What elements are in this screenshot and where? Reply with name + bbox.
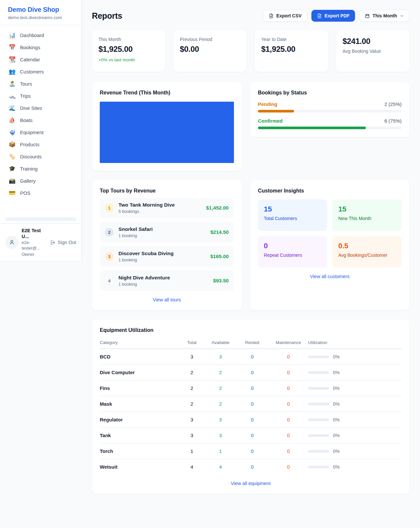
period-dropdown[interactable]: This Month	[359, 10, 410, 22]
stat-value: $1,925.00	[261, 45, 322, 54]
rented-cell: 0	[236, 428, 269, 443]
rented-cell: 0	[236, 412, 269, 428]
sidebar-item-label: Training	[20, 166, 38, 172]
sidebar-item-products[interactable]: 📦 Products	[5, 138, 76, 151]
utilization-cell: 0%	[308, 412, 402, 428]
available-cell: 1	[205, 443, 236, 459]
total-cell: 3	[178, 412, 205, 428]
rank-badge: 4	[105, 276, 114, 285]
customer-insights-title: Customer Insights	[258, 188, 402, 194]
utilization-pct: 0%	[333, 370, 340, 375]
rented-cell: 0	[236, 349, 269, 365]
header-actions: Export CSV Export PDF This Month	[263, 10, 410, 22]
utilization-bar	[308, 387, 329, 390]
utilization-pct: 0%	[333, 433, 340, 438]
status-row-pending: Pending 2 (25%)	[258, 101, 402, 112]
equipment-utilization-title: Equipment Utilization	[100, 327, 402, 333]
rented-cell: 0	[236, 380, 269, 396]
stat-value: $0.00	[180, 45, 240, 54]
tear-calendar-icon: 📆	[9, 57, 16, 62]
app-root: Demo Dive Shop demo.test.divestreams.com…	[0, 0, 420, 528]
sidebar-item-dive-sites[interactable]: 🌊 Dive Sites	[5, 102, 76, 114]
tile-label: Total Customers	[264, 216, 321, 221]
brand-domain: demo.test.divestreams.com	[8, 15, 74, 20]
maintenance-cell: 0	[269, 443, 308, 459]
sidebar-item-dashboard[interactable]: 📊 Dashboard	[5, 29, 76, 41]
category-cell: Wetsuit	[100, 459, 178, 475]
tour-amount: $93.50	[213, 278, 229, 284]
col-header-total: Total	[178, 336, 205, 349]
top-tours-card: Top Tours by Revenue 1 Two Tank Morning …	[92, 180, 242, 310]
utilization-bar	[308, 355, 329, 358]
category-cell: Dive Computer	[100, 365, 178, 380]
maintenance-cell: 0	[269, 412, 308, 428]
category-cell: Mask	[100, 396, 178, 412]
equipment-table: Category Total Available Rented Maintena…	[100, 336, 402, 475]
sidebar-item-equipment[interactable]: 🤿 Equipment	[5, 126, 76, 138]
sidebar-item-calendar[interactable]: 📆 Calendar	[5, 53, 76, 66]
brand-name[interactable]: Demo Dive Shop	[8, 6, 74, 13]
progress-fill	[258, 110, 294, 112]
logout-icon	[50, 240, 56, 245]
sidebar-item-bookings[interactable]: 📅 Bookings	[5, 41, 76, 53]
stat-card-this-month: This Month $1,925.00 +0% vs last month	[92, 30, 165, 72]
sidebar-item-pos[interactable]: 💳 POS	[5, 187, 76, 199]
sidebar-item-label: Boats	[20, 117, 32, 123]
export-pdf-button[interactable]: Export PDF	[311, 10, 355, 22]
utilization-bar	[308, 434, 329, 437]
tile-value: 0.5	[338, 242, 396, 250]
sidebar-item-trips[interactable]: 🛥️ Trips	[5, 90, 76, 102]
bar-chart-icon: 📊	[9, 32, 16, 38]
category-cell: BCD	[100, 349, 178, 365]
col-header-rented: Rented	[236, 336, 269, 349]
revenue-trend-card: Revenue Trend (This Month)	[92, 82, 242, 171]
stat-value: $241.00	[343, 37, 403, 46]
utilization-cell: 0%	[308, 443, 402, 459]
maintenance-cell: 0	[269, 349, 308, 365]
col-header-available: Available	[205, 336, 236, 349]
avatar	[5, 236, 18, 249]
utilization-cell: 0%	[308, 365, 402, 380]
rank-badge: 2	[105, 228, 114, 236]
table-row: Tank 3 3 0 0 0%	[100, 428, 402, 443]
total-cell: 4	[178, 459, 205, 475]
maintenance-cell: 0	[269, 396, 308, 412]
utilization-pct: 0%	[333, 354, 340, 359]
utilization-cell: 0%	[308, 396, 402, 412]
sidebar-item-customers[interactable]: 👥 Customers	[5, 66, 76, 78]
total-cell: 3	[178, 349, 205, 365]
table-row: Torch 1 1 0 0 0%	[100, 443, 402, 459]
tag-icon: 🏷️	[9, 154, 16, 159]
stat-card-previous-period: Previous Period $0.00	[173, 30, 247, 72]
export-csv-button[interactable]: Export CSV	[263, 10, 307, 22]
sidebar-item-tours[interactable]: 🏝️ Tours	[5, 78, 76, 90]
available-cell: 2	[205, 365, 236, 380]
available-cell: 3	[205, 428, 236, 443]
utilization-cell: 0%	[308, 349, 402, 365]
table-row: Regulator 3 3 0 0 0%	[100, 412, 402, 428]
sidebar-item-discounts[interactable]: 🏷️ Discounts	[5, 151, 76, 163]
tour-bookings: 1 booking	[118, 233, 153, 238]
sidebar-item-boats[interactable]: ⛵ Boats	[5, 114, 76, 126]
sidebar-item-training[interactable]: 🎓 Training	[5, 163, 76, 175]
tile-value: 15	[338, 205, 396, 213]
maintenance-cell: 0	[269, 380, 308, 396]
utilization-cell: 0%	[308, 459, 402, 475]
sidebar: Demo Dive Shop demo.test.divestreams.com…	[0, 0, 82, 262]
active-nav-item-partial[interactable]	[5, 217, 76, 221]
sidebar-item-label: Gallery	[20, 178, 36, 184]
view-all-tours-link[interactable]: View all tours	[100, 297, 234, 302]
tile-avg-bookings-customer: 0.5 Avg Bookings/Customer	[332, 236, 402, 268]
sidebar-item-gallery[interactable]: 📸 Gallery	[5, 175, 76, 187]
category-cell: Torch	[100, 443, 178, 459]
user-role: Owner	[22, 252, 47, 257]
status-label: Confirmed	[258, 118, 283, 124]
tour-name: Snorkel Safari	[118, 226, 153, 232]
stat-value: $1,925.00	[98, 45, 159, 54]
utilization-bar	[308, 450, 329, 453]
sign-out-button[interactable]: Sign Out	[50, 240, 76, 245]
view-all-customers-link[interactable]: View all customers	[258, 274, 402, 279]
tour-amount: $214.50	[210, 229, 229, 235]
view-all-equipment-link[interactable]: View all equipment	[100, 481, 402, 486]
utilization-pct: 0%	[333, 386, 340, 391]
